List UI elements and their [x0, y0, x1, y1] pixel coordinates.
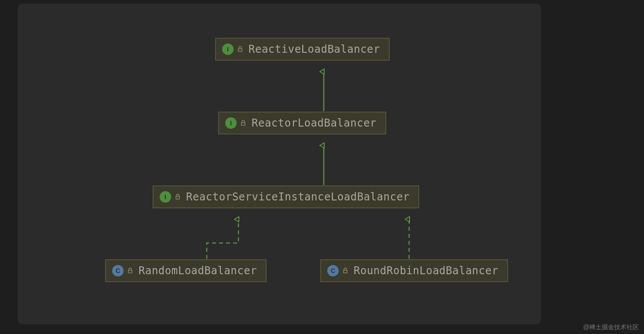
node-reactive-load-balancer[interactable]: I ReactiveLoadBalancer — [215, 38, 390, 61]
watermark: @稀土掘金技术社区 — [583, 323, 639, 331]
interface-icon: I — [225, 117, 237, 129]
class-icon: C — [112, 265, 124, 276]
node-reactor-load-balancer[interactable]: I ReactorLoadBalancer — [218, 112, 386, 134]
lock-icon — [127, 268, 133, 274]
node-label: ReactiveLoadBalancer — [249, 43, 380, 55]
node-random-load-balancer[interactable]: C RandomLoadBalancer — [105, 259, 267, 282]
node-label: ReactorLoadBalancer — [252, 117, 377, 129]
node-label: RoundRobinLoadBalancer — [354, 265, 498, 277]
lock-icon — [240, 120, 246, 126]
interface-icon: I — [222, 44, 234, 55]
node-round-robin-load-balancer[interactable]: C RoundRobinLoadBalancer — [320, 259, 508, 282]
class-icon: C — [327, 265, 339, 276]
lock-icon — [342, 268, 348, 274]
node-label: ReactorServiceInstanceLoadBalancer — [186, 191, 410, 203]
lock-icon — [175, 194, 181, 200]
diagram-panel: I ReactiveLoadBalancer I ReactorLoadBala… — [18, 4, 541, 324]
interface-icon: I — [160, 191, 171, 203]
node-reactor-service-instance-load-balancer[interactable]: I ReactorServiceInstanceLoadBalancer — [153, 185, 419, 208]
lock-icon — [237, 46, 243, 52]
edge-n4-n3 — [207, 219, 238, 259]
node-label: RandomLoadBalancer — [139, 265, 257, 277]
